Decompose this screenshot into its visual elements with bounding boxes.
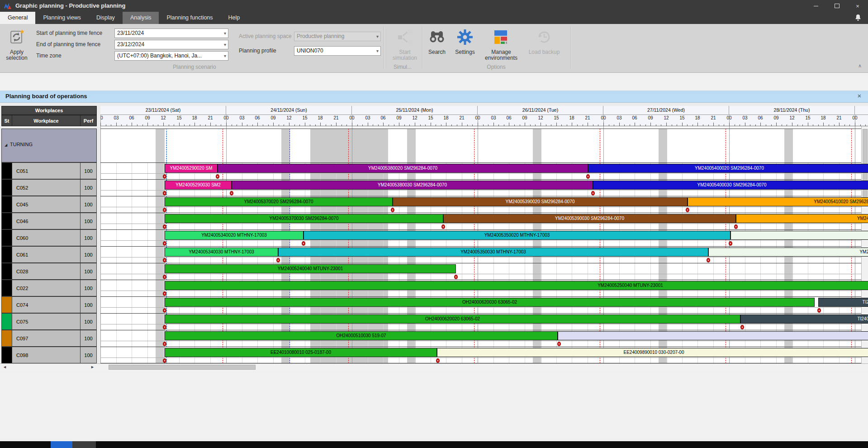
vertical-scrollbar[interactable] bbox=[861, 126, 868, 363]
time-zone-combo[interactable]: (UTC+07:00) Bangkok, Hanoi, Ja...▾ bbox=[114, 51, 228, 61]
operation-bar[interactable]: YM2 bbox=[708, 248, 868, 257]
operation-bar[interactable]: YM24005370020 SM296284-0070 bbox=[165, 197, 393, 206]
ruler-tick bbox=[697, 123, 698, 126]
end-time-fence-combo[interactable]: 23/12/2024▾ bbox=[114, 40, 228, 49]
tab-help[interactable]: Help bbox=[221, 12, 248, 24]
operation-bar[interactable]: TI240 bbox=[740, 315, 868, 324]
hour-label: 03 bbox=[112, 115, 121, 121]
perf-cell: 100 bbox=[80, 196, 97, 213]
workplace-cell[interactable]: C075 bbox=[12, 313, 81, 330]
hscroll-thumb[interactable] bbox=[109, 365, 256, 370]
ruler-tick bbox=[226, 123, 227, 126]
apply-selection-label: Apply selection bbox=[3, 49, 31, 61]
scroll-left-arrow-icon[interactable]: ◄ bbox=[3, 365, 7, 370]
operation-bar[interactable]: YM24005380030 SM296284-0070 bbox=[232, 181, 593, 190]
workplace-cell[interactable]: C022 bbox=[12, 280, 81, 296]
notifications-bell-icon[interactable] bbox=[854, 14, 862, 21]
operation-bar[interactable]: TI2 bbox=[818, 298, 868, 307]
search-label: Search bbox=[423, 49, 451, 55]
gear-icon bbox=[456, 29, 474, 48]
ruler-tick bbox=[839, 123, 840, 126]
workplace-cell[interactable]: C051 bbox=[12, 162, 81, 179]
scroll-right-arrow-icon[interactable]: ► bbox=[90, 365, 95, 370]
violation-marker-icon bbox=[817, 308, 821, 313]
ruler-tick bbox=[289, 123, 289, 126]
operation-bar[interactable]: YM24005370030 SM296284-0070 bbox=[165, 214, 443, 223]
workplace-cell[interactable]: C098 bbox=[12, 347, 81, 363]
operation-bar[interactable]: OH24000620030 63065-02 bbox=[165, 298, 815, 307]
operation-bar[interactable]: YM24 bbox=[736, 214, 868, 223]
operation-bar[interactable]: YM24005400030 SM296284-0070 bbox=[593, 181, 868, 190]
operation-bar[interactable]: YM24005340020 MTHNY-17003 bbox=[165, 231, 304, 240]
taskbar-item[interactable] bbox=[51, 441, 72, 448]
collapse-ribbon-chevron-icon[interactable]: ∧ bbox=[858, 63, 862, 69]
tab-planning-functions[interactable]: Planning functions bbox=[159, 12, 220, 24]
violation-marker-icon bbox=[707, 258, 710, 262]
planning-profile-combo[interactable]: UNION070▾ bbox=[294, 46, 381, 56]
hour-label: 03 bbox=[237, 115, 247, 121]
hour-label: 09 bbox=[143, 115, 152, 121]
operation-bar[interactable]: OH24000510030 519-07 bbox=[165, 331, 558, 340]
workplace-cell[interactable]: C097 bbox=[12, 330, 81, 347]
ruler-tick bbox=[273, 123, 274, 126]
row-separator bbox=[100, 196, 868, 196]
operation-bar[interactable]: YM24005350030 MTHNY-17003 bbox=[278, 248, 708, 257]
operation-bar[interactable]: OH24000620020 63065-02 bbox=[165, 315, 740, 324]
workplace-group-turning[interactable]: ◢TURNING bbox=[1, 129, 97, 162]
operation-bar[interactable]: YM24005380020 SM296284-0070 bbox=[218, 164, 588, 173]
operation-bar[interactable]: YM24005340030 MTHNY-17003 bbox=[165, 248, 278, 257]
ribbon-separator bbox=[570, 26, 571, 69]
operation-bar[interactable] bbox=[558, 331, 868, 340]
taskbar-item[interactable] bbox=[72, 441, 96, 448]
workplace-cell[interactable]: C028 bbox=[12, 263, 81, 280]
operation-bar[interactable] bbox=[730, 231, 868, 240]
operation-bar[interactable]: YM24005240040 MTUNY-23001 bbox=[165, 264, 456, 273]
operation-bar[interactable]: YM24005290020 SM bbox=[165, 164, 218, 173]
apply-selection-button[interactable]: Apply selection bbox=[3, 27, 31, 69]
operation-bar[interactable]: YM24005250040 MTUNY-23001 bbox=[165, 281, 868, 290]
start-time-fence-combo[interactable]: 23/11/2024▾ bbox=[114, 29, 228, 38]
hour-label: 03 bbox=[363, 115, 372, 121]
tab-analysis[interactable]: Analysis bbox=[123, 12, 159, 24]
operation-bar[interactable]: YM24005350020 MTHNY-17003 bbox=[304, 231, 730, 240]
workplace-cell[interactable]: C045 bbox=[12, 196, 81, 213]
operation-bar[interactable]: YM24005410020 SM29628 bbox=[688, 197, 868, 206]
minimize-button[interactable] bbox=[806, 0, 826, 12]
hour-label: 18 bbox=[190, 115, 199, 121]
workplace-cell[interactable]: C061 bbox=[12, 246, 81, 263]
settings-button[interactable]: Settings bbox=[451, 27, 479, 69]
end-time-fence-label: End of planning time fence bbox=[36, 40, 100, 49]
ruler-tick bbox=[352, 123, 352, 126]
st-status-cell bbox=[1, 246, 12, 263]
violation-marker-icon bbox=[163, 325, 166, 329]
workplace-cell[interactable]: C074 bbox=[12, 296, 81, 313]
ruler-tick bbox=[823, 123, 824, 126]
operation-bar[interactable]: YM24005390020 SM296284-0070 bbox=[393, 197, 688, 206]
horizontal-scrollbar[interactable]: ◄► bbox=[0, 363, 868, 371]
workplace-cell[interactable]: C060 bbox=[12, 229, 81, 246]
operation-bar[interactable]: YM24005290030 SM2 bbox=[165, 181, 232, 190]
operation-bar[interactable]: EE24010080010 025-0187-00 bbox=[165, 348, 437, 357]
ruler-tick bbox=[320, 123, 321, 126]
perf-cell: 100 bbox=[80, 229, 97, 246]
operation-bar[interactable]: YM24005400020 SM296284-0070 bbox=[588, 164, 868, 173]
operation-bar[interactable]: YM24005390030 SM296284-0070 bbox=[443, 214, 736, 223]
row-separator bbox=[100, 229, 868, 230]
maximize-button[interactable] bbox=[826, 0, 847, 12]
close-button[interactable]: × bbox=[847, 0, 868, 12]
workplace-cell[interactable]: C046 bbox=[12, 213, 81, 229]
manage-environments-button[interactable]: Manage environments bbox=[481, 27, 522, 69]
search-button[interactable]: Search bbox=[423, 27, 451, 69]
start-simulation-icon bbox=[396, 29, 413, 48]
tab-general[interactable]: General bbox=[0, 12, 35, 24]
operation-bar[interactable]: EE24009890010 030-0207-00 bbox=[437, 348, 868, 357]
manage-environments-label: Manage environments bbox=[481, 49, 522, 61]
tab-display[interactable]: Display bbox=[89, 12, 123, 24]
load-backup-label: Load backup bbox=[525, 49, 564, 55]
panel-close-icon[interactable]: × bbox=[855, 92, 863, 100]
tab-planning-views[interactable]: Planning views bbox=[35, 12, 88, 24]
st-status-cell bbox=[1, 313, 12, 330]
timeline-day-header: 26/11/2024 (Tue) bbox=[478, 106, 603, 115]
workplace-cell[interactable]: C052 bbox=[12, 179, 81, 196]
st-status-cell bbox=[1, 330, 12, 347]
